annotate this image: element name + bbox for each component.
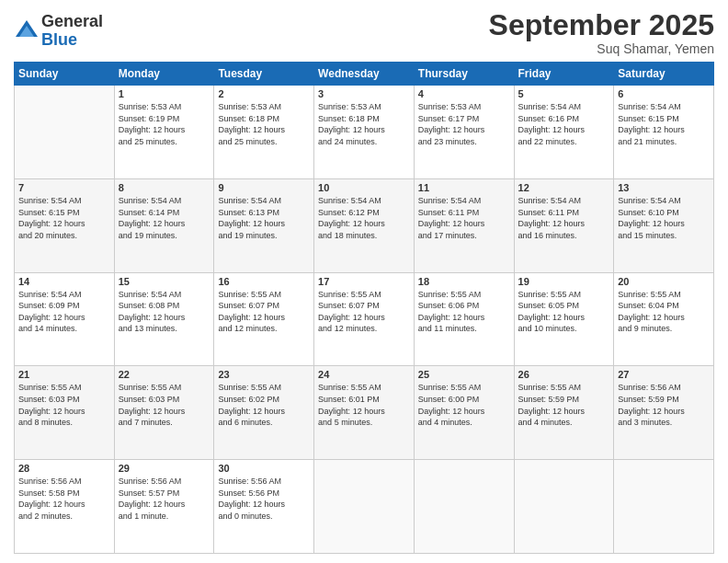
weekday-header-thursday: Thursday	[414, 63, 514, 86]
day-info: Sunrise: 5:55 AM Sunset: 5:59 PM Dayligh…	[518, 382, 610, 428]
day-number: 23	[218, 369, 310, 380]
day-info: Sunrise: 5:55 AM Sunset: 6:06 PM Dayligh…	[418, 289, 510, 335]
day-info: Sunrise: 5:54 AM Sunset: 6:15 PM Dayligh…	[18, 195, 110, 241]
calendar-cell: 4Sunrise: 5:53 AM Sunset: 6:17 PM Daylig…	[414, 86, 514, 179]
day-info: Sunrise: 5:56 AM Sunset: 5:57 PM Dayligh…	[119, 476, 210, 522]
day-number: 18	[418, 276, 510, 287]
calendar-cell: 6Sunrise: 5:54 AM Sunset: 6:15 PM Daylig…	[614, 86, 714, 179]
day-number: 5	[518, 88, 610, 99]
day-number: 3	[318, 88, 410, 99]
logo-general: General	[41, 13, 103, 31]
calendar-cell	[514, 460, 614, 554]
calendar-week-3: 14Sunrise: 5:54 AM Sunset: 6:09 PM Dayli…	[15, 272, 714, 366]
day-info: Sunrise: 5:53 AM Sunset: 6:18 PM Dayligh…	[218, 101, 310, 147]
day-info: Sunrise: 5:55 AM Sunset: 6:02 PM Dayligh…	[218, 382, 310, 428]
day-number: 16	[218, 276, 310, 287]
day-info: Sunrise: 5:55 AM Sunset: 6:07 PM Dayligh…	[218, 289, 310, 335]
calendar-cell: 22Sunrise: 5:55 AM Sunset: 6:03 PM Dayli…	[114, 366, 214, 460]
calendar-cell: 27Sunrise: 5:56 AM Sunset: 5:59 PM Dayli…	[614, 366, 714, 460]
calendar-cell	[15, 86, 115, 179]
calendar-cell	[414, 460, 514, 554]
calendar-week-2: 7Sunrise: 5:54 AM Sunset: 6:15 PM Daylig…	[15, 178, 714, 272]
logo: General Blue	[14, 13, 103, 50]
day-info: Sunrise: 5:54 AM Sunset: 6:16 PM Dayligh…	[518, 101, 610, 147]
day-info: Sunrise: 5:55 AM Sunset: 6:04 PM Dayligh…	[618, 289, 710, 335]
calendar-cell: 1Sunrise: 5:53 AM Sunset: 6:19 PM Daylig…	[114, 86, 214, 179]
calendar-cell: 16Sunrise: 5:55 AM Sunset: 6:07 PM Dayli…	[214, 272, 314, 366]
calendar-cell: 7Sunrise: 5:54 AM Sunset: 6:15 PM Daylig…	[15, 178, 115, 272]
day-info: Sunrise: 5:55 AM Sunset: 6:00 PM Dayligh…	[418, 382, 510, 428]
day-number: 25	[418, 369, 510, 380]
day-number: 21	[18, 369, 110, 380]
calendar-cell: 20Sunrise: 5:55 AM Sunset: 6:04 PM Dayli…	[614, 272, 714, 366]
day-number: 1	[119, 88, 210, 99]
page-header: General Blue September 2025 Suq Shamar, …	[14, 9, 714, 56]
calendar-cell: 2Sunrise: 5:53 AM Sunset: 6:18 PM Daylig…	[214, 86, 314, 179]
day-number: 30	[218, 463, 310, 474]
calendar-cell: 13Sunrise: 5:54 AM Sunset: 6:10 PM Dayli…	[614, 178, 714, 272]
day-info: Sunrise: 5:54 AM Sunset: 6:11 PM Dayligh…	[418, 195, 510, 241]
calendar-cell	[314, 460, 415, 554]
day-number: 6	[618, 88, 710, 99]
calendar-cell: 30Sunrise: 5:56 AM Sunset: 5:56 PM Dayli…	[214, 460, 314, 554]
weekday-header-monday: Monday	[114, 63, 214, 86]
day-number: 13	[618, 182, 710, 193]
calendar-cell: 9Sunrise: 5:54 AM Sunset: 6:13 PM Daylig…	[214, 178, 314, 272]
calendar-cell: 17Sunrise: 5:55 AM Sunset: 6:07 PM Dayli…	[314, 272, 415, 366]
day-info: Sunrise: 5:56 AM Sunset: 5:58 PM Dayligh…	[18, 476, 110, 522]
calendar-cell: 3Sunrise: 5:53 AM Sunset: 6:18 PM Daylig…	[314, 86, 415, 179]
calendar-cell: 23Sunrise: 5:55 AM Sunset: 6:02 PM Dayli…	[214, 366, 314, 460]
day-number: 10	[318, 182, 410, 193]
calendar-cell: 28Sunrise: 5:56 AM Sunset: 5:58 PM Dayli…	[15, 460, 115, 554]
calendar-body: 1Sunrise: 5:53 AM Sunset: 6:19 PM Daylig…	[15, 86, 714, 554]
day-info: Sunrise: 5:54 AM Sunset: 6:13 PM Dayligh…	[218, 195, 310, 241]
calendar-cell: 19Sunrise: 5:55 AM Sunset: 6:05 PM Dayli…	[514, 272, 614, 366]
calendar-cell: 21Sunrise: 5:55 AM Sunset: 6:03 PM Dayli…	[15, 366, 115, 460]
day-number: 4	[418, 88, 510, 99]
calendar-cell: 29Sunrise: 5:56 AM Sunset: 5:57 PM Dayli…	[114, 460, 214, 554]
logo-blue: Blue	[41, 31, 103, 50]
day-info: Sunrise: 5:56 AM Sunset: 5:56 PM Dayligh…	[218, 476, 310, 522]
weekday-header-saturday: Saturday	[614, 63, 714, 86]
calendar-cell: 12Sunrise: 5:54 AM Sunset: 6:11 PM Dayli…	[514, 178, 614, 272]
calendar-cell	[614, 460, 714, 554]
day-info: Sunrise: 5:54 AM Sunset: 6:09 PM Dayligh…	[18, 289, 110, 335]
day-number: 2	[218, 88, 310, 99]
day-number: 19	[518, 276, 610, 287]
calendar-cell: 24Sunrise: 5:55 AM Sunset: 6:01 PM Dayli…	[314, 366, 415, 460]
day-number: 28	[18, 463, 110, 474]
location-subtitle: Suq Shamar, Yemen	[489, 41, 714, 56]
day-number: 20	[618, 276, 710, 287]
day-info: Sunrise: 5:53 AM Sunset: 6:19 PM Dayligh…	[119, 101, 210, 147]
day-number: 29	[119, 463, 210, 474]
weekday-header-tuesday: Tuesday	[214, 63, 314, 86]
title-block: September 2025 Suq Shamar, Yemen	[489, 9, 714, 56]
calendar-week-4: 21Sunrise: 5:55 AM Sunset: 6:03 PM Dayli…	[15, 366, 714, 460]
day-number: 17	[318, 276, 410, 287]
weekday-header-row: SundayMondayTuesdayWednesdayThursdayFrid…	[15, 63, 714, 86]
calendar-cell: 15Sunrise: 5:54 AM Sunset: 6:08 PM Dayli…	[114, 272, 214, 366]
day-info: Sunrise: 5:55 AM Sunset: 6:03 PM Dayligh…	[119, 382, 210, 428]
calendar-cell: 8Sunrise: 5:54 AM Sunset: 6:14 PM Daylig…	[114, 178, 214, 272]
day-info: Sunrise: 5:55 AM Sunset: 6:01 PM Dayligh…	[318, 382, 410, 428]
day-info: Sunrise: 5:54 AM Sunset: 6:08 PM Dayligh…	[119, 289, 210, 335]
weekday-header-wednesday: Wednesday	[314, 63, 415, 86]
day-number: 22	[119, 369, 210, 380]
calendar-cell: 10Sunrise: 5:54 AM Sunset: 6:12 PM Dayli…	[314, 178, 415, 272]
day-number: 15	[119, 276, 210, 287]
calendar-cell: 18Sunrise: 5:55 AM Sunset: 6:06 PM Dayli…	[414, 272, 514, 366]
day-info: Sunrise: 5:54 AM Sunset: 6:12 PM Dayligh…	[318, 195, 410, 241]
logo-icon	[14, 18, 40, 44]
day-info: Sunrise: 5:54 AM Sunset: 6:10 PM Dayligh…	[618, 195, 710, 241]
day-info: Sunrise: 5:53 AM Sunset: 6:17 PM Dayligh…	[418, 101, 510, 147]
weekday-header-friday: Friday	[514, 63, 614, 86]
day-info: Sunrise: 5:55 AM Sunset: 6:05 PM Dayligh…	[518, 289, 610, 335]
day-number: 14	[18, 276, 110, 287]
day-info: Sunrise: 5:54 AM Sunset: 6:15 PM Dayligh…	[618, 101, 710, 147]
calendar-cell: 5Sunrise: 5:54 AM Sunset: 6:16 PM Daylig…	[514, 86, 614, 179]
calendar-cell: 11Sunrise: 5:54 AM Sunset: 6:11 PM Dayli…	[414, 178, 514, 272]
day-info: Sunrise: 5:55 AM Sunset: 6:07 PM Dayligh…	[318, 289, 410, 335]
month-title: September 2025	[489, 9, 714, 41]
day-number: 8	[119, 182, 210, 193]
calendar-cell: 26Sunrise: 5:55 AM Sunset: 5:59 PM Dayli…	[514, 366, 614, 460]
